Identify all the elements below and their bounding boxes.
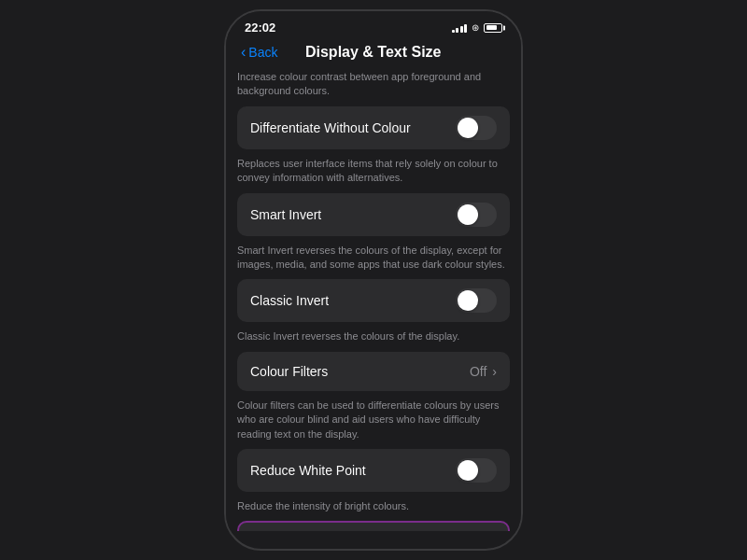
classic-invert-toggle-knob (458, 290, 478, 311)
nav-bar: ‹ Back Display & Text Size (226, 40, 521, 68)
setting-row-smart-invert[interactable]: Smart Invert (237, 193, 510, 236)
signal-icon (452, 23, 468, 33)
status-icons: ⊛ (452, 22, 503, 33)
setting-section-smart-invert: Smart Invert (237, 193, 510, 236)
colour-filters-chevron-icon: › (492, 364, 497, 379)
setting-row-reduce-white[interactable]: Reduce White Point (237, 449, 510, 492)
differentiate-description: Replaces user interface items that rely … (226, 153, 521, 193)
setting-row-differentiate[interactable]: Differentiate Without Colour (237, 106, 510, 149)
phone-frame: 22:02 ⊛ ‹ Back Display & Text Size Incre… (224, 9, 523, 551)
classic-invert-toggle[interactable] (456, 288, 497, 313)
setting-row-colour-filters[interactable]: Colour Filters Off › (237, 352, 510, 391)
setting-section-reduce-white: Reduce White Point (237, 449, 510, 492)
setting-section-colour-filters: Colour Filters Off › (237, 352, 510, 391)
scroll-content[interactable]: Increase colour contrast between app for… (226, 68, 521, 531)
smart-invert-description: Smart Invert reverses the colours of the… (226, 240, 521, 280)
differentiate-label: Differentiate Without Colour (250, 120, 456, 135)
colour-filters-value: Off (470, 364, 486, 379)
setting-section-differentiate: Differentiate Without Colour (237, 106, 510, 149)
wifi-icon: ⊛ (472, 22, 479, 33)
setting-row-auto-brightness[interactable]: Auto-Brightness (239, 523, 508, 531)
colour-filters-description: Colour filters can be used to differenti… (226, 395, 521, 449)
setting-section-auto-brightness: Auto-Brightness (237, 521, 510, 531)
reduce-white-toggle-knob (458, 460, 478, 481)
smart-invert-toggle-knob (458, 204, 478, 225)
page-title: Display & Text Size (277, 44, 469, 61)
classic-invert-description: Classic Invert reverses the colours of t… (226, 326, 521, 351)
status-bar: 22:02 ⊛ (226, 11, 521, 40)
smart-invert-toggle[interactable] (456, 203, 497, 227)
back-button[interactable]: ‹ Back (241, 44, 277, 61)
smart-invert-label: Smart Invert (250, 207, 456, 222)
differentiate-toggle-knob (458, 118, 478, 138)
top-description: Increase colour contrast between app for… (226, 68, 521, 106)
differentiate-toggle[interactable] (456, 116, 497, 140)
status-time: 22:02 (245, 21, 275, 35)
setting-row-classic-invert[interactable]: Classic Invert (237, 279, 510, 322)
classic-invert-label: Classic Invert (250, 293, 456, 308)
reduce-white-label: Reduce White Point (250, 463, 456, 478)
reduce-white-description: Reduce the intensity of bright colours. (226, 496, 521, 521)
reduce-white-toggle[interactable] (456, 458, 497, 483)
back-chevron-icon: ‹ (241, 44, 246, 61)
colour-filters-label: Colour Filters (250, 364, 470, 379)
battery-icon (484, 23, 502, 33)
setting-section-classic-invert: Classic Invert (237, 279, 510, 322)
back-label[interactable]: Back (248, 45, 277, 60)
